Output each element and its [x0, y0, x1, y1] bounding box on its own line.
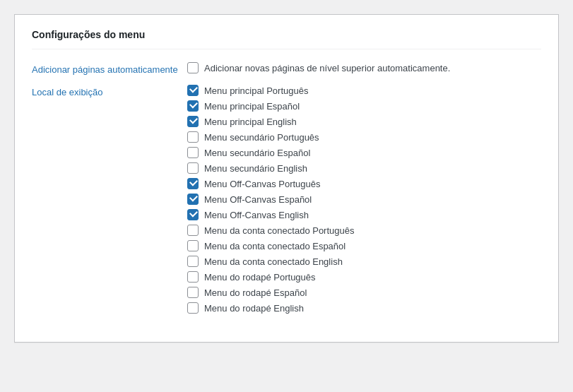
checkbox-item-menu-secundario-espanol: Menu secundário Español [187, 147, 541, 158]
checkbox-item-menu-rodape-espanol: Menu do rodapé Español [187, 287, 541, 298]
checkbox-item-menu-secundario-portugues: Menu secundário Português [187, 131, 541, 143]
checkbox-item-menu-principal-espanol: Menu principal Español [187, 100, 541, 112]
checkbox-label-menu-conta-espanol: Menu da conta conectado Español [204, 241, 345, 251]
checkbox-label-menu-secundario-espanol: Menu secundário Español [204, 148, 310, 158]
card-title: Configurações do menu [32, 29, 541, 49]
checkbox-label-menu-secundario-english: Menu secundário English [204, 163, 307, 174]
checkbox-label-menu-offcanvas-portugues: Menu Off-Canvas Português [204, 179, 321, 189]
checkbox-item-menu-principal-portugues: Menu principal Português [187, 85, 541, 96]
checkbox-menu-rodape-portugues[interactable] [187, 271, 199, 283]
checkbox-menu-conta-english[interactable] [187, 256, 199, 267]
settings-content-display-location: Menu principal PortuguêsMenu principal E… [187, 85, 541, 318]
settings-row-auto-add: Adicionar páginas automaticamenteAdicion… [32, 62, 541, 78]
checkbox-menu-conta-portugues[interactable] [187, 225, 199, 236]
checkbox-item-menu-conta-espanol: Menu da conta conectado Español [187, 240, 541, 251]
checkbox-label-menu-conta-english: Menu da conta conectado English [204, 256, 343, 267]
checkbox-item-menu-secundario-english: Menu secundário English [187, 162, 541, 174]
checkbox-menu-rodape-english[interactable] [187, 302, 199, 314]
checkbox-label-menu-rodape-english: Menu do rodapé English [204, 303, 304, 314]
checkbox-item-menu-offcanvas-english: Menu Off-Canvas English [187, 209, 541, 220]
settings-label-auto-add: Adicionar páginas automaticamente [32, 62, 187, 76]
settings-row-display-location: Local de exibiçãoMenu principal Portuguê… [32, 85, 541, 318]
checkbox-menu-principal-espanol[interactable] [187, 100, 199, 112]
checkbox-item-menu-principal-english: Menu principal English [187, 116, 541, 127]
checkbox-item-auto-add: Adicionar novas páginas de nível superio… [187, 62, 541, 73]
settings-content-auto-add: Adicionar novas páginas de nível superio… [187, 62, 541, 78]
checkbox-menu-offcanvas-espanol[interactable] [187, 194, 199, 205]
checkbox-menu-principal-english[interactable] [187, 116, 199, 127]
checkbox-label-menu-offcanvas-espanol: Menu Off-Canvas Español [204, 194, 312, 205]
checkbox-menu-offcanvas-english[interactable] [187, 209, 199, 220]
checkbox-auto-add-label: Adicionar novas páginas de nível superio… [204, 63, 450, 73]
checkbox-item-menu-rodape-portugues: Menu do rodapé Português [187, 271, 541, 283]
checkbox-menu-secundario-espanol[interactable] [187, 147, 199, 158]
checkbox-label-menu-rodape-espanol: Menu do rodapé Español [204, 287, 307, 298]
checkbox-item-menu-conta-portugues: Menu da conta conectado Português [187, 225, 541, 236]
checkbox-item-menu-offcanvas-portugues: Menu Off-Canvas Português [187, 178, 541, 189]
checkbox-item-menu-rodape-english: Menu do rodapé English [187, 302, 541, 314]
checkbox-menu-secundario-english[interactable] [187, 162, 199, 174]
checkbox-menu-principal-portugues[interactable] [187, 85, 199, 96]
checkbox-label-menu-principal-portugues: Menu principal Português [204, 85, 308, 96]
checkbox-label-menu-principal-english: Menu principal English [204, 117, 297, 127]
checkbox-item-menu-offcanvas-espanol: Menu Off-Canvas Español [187, 194, 541, 205]
checkbox-menu-rodape-espanol[interactable] [187, 287, 199, 298]
checkbox-item-menu-conta-english: Menu da conta conectado English [187, 256, 541, 267]
settings-card: Configurações do menu Adicionar páginas … [14, 14, 559, 343]
checkbox-label-menu-secundario-portugues: Menu secundário Português [204, 132, 319, 143]
checkbox-auto-add[interactable] [187, 62, 199, 73]
checkbox-label-menu-conta-portugues: Menu da conta conectado Português [204, 225, 354, 236]
checkbox-label-menu-rodape-portugues: Menu do rodapé Português [204, 272, 316, 283]
checkbox-menu-conta-espanol[interactable] [187, 240, 199, 251]
checkbox-menu-offcanvas-portugues[interactable] [187, 178, 199, 189]
checkbox-label-menu-offcanvas-english: Menu Off-Canvas English [204, 210, 309, 220]
settings-label-display-location: Local de exibição [32, 85, 187, 99]
checkbox-label-menu-principal-espanol: Menu principal Español [204, 101, 300, 112]
checkbox-menu-secundario-portugues[interactable] [187, 131, 199, 143]
